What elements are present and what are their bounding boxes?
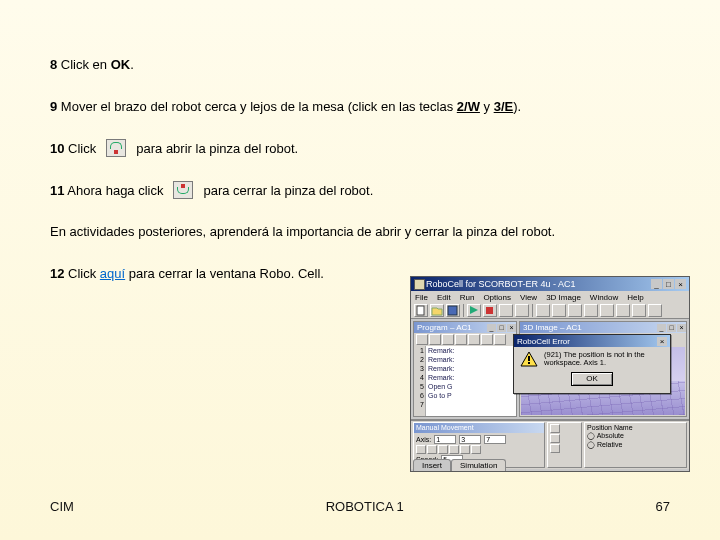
close-gripper-icon bbox=[173, 181, 193, 199]
dialog-close-icon[interactable]: × bbox=[657, 337, 667, 346]
intro-text: En actividades posteriores, aprenderá la… bbox=[50, 223, 670, 241]
app-titlebar: RoboCell for SCORBOT-ER 4u - AC1 _□× bbox=[411, 277, 689, 291]
menu-item: Run bbox=[460, 293, 475, 302]
bottom-tabs[interactable]: Insert Simulation bbox=[413, 459, 506, 471]
svg-rect-2 bbox=[486, 307, 493, 314]
tab-simulation: Simulation bbox=[451, 459, 506, 471]
robocell-window: RoboCell for SCORBOT-ER 4u - AC1 _□× Fil… bbox=[410, 276, 690, 472]
open-gripper-icon bbox=[106, 139, 126, 157]
program-title: Program – AC1 bbox=[417, 323, 472, 332]
svg-rect-3 bbox=[528, 356, 530, 361]
tool-step bbox=[499, 304, 513, 317]
tool-open bbox=[430, 304, 444, 317]
tool-run bbox=[467, 304, 481, 317]
step-10: 10 Click para abrir la pinza del robot. bbox=[50, 139, 670, 157]
tool-d bbox=[584, 304, 598, 317]
menu-item: Edit bbox=[437, 293, 451, 302]
close-icon: × bbox=[675, 279, 686, 289]
footer-left: CIM bbox=[50, 499, 74, 514]
step-11: 11 Ahora haga click para cerrar la pinza… bbox=[50, 181, 670, 199]
menu-item: Options bbox=[483, 293, 511, 302]
menu-item: 3D Image bbox=[546, 293, 581, 302]
tool-f bbox=[616, 304, 630, 317]
tool-e bbox=[600, 304, 614, 317]
tool-a bbox=[536, 304, 550, 317]
menu-item: File bbox=[415, 293, 428, 302]
footer-center: ROBOTICA 1 bbox=[326, 499, 404, 514]
minimize-icon: _ bbox=[651, 279, 662, 289]
footer-right: 67 bbox=[656, 499, 670, 514]
menu-item: Window bbox=[590, 293, 618, 302]
menu-item: View bbox=[520, 293, 537, 302]
maximize-icon: □ bbox=[663, 279, 674, 289]
window-buttons[interactable]: _□× bbox=[651, 279, 686, 289]
dialog-ok-button[interactable]: OK bbox=[571, 372, 613, 386]
tool-g bbox=[632, 304, 646, 317]
app-menubar[interactable]: File Edit Run Options View 3D Image Wind… bbox=[411, 291, 689, 303]
slide-footer: CIM ROBOTICA 1 67 bbox=[50, 499, 670, 514]
link-aqui[interactable]: aquí bbox=[100, 266, 125, 281]
app-toolbar[interactable] bbox=[411, 303, 689, 319]
tab-insert: Insert bbox=[413, 459, 451, 471]
program-panel: Program – AC1 _□× 1234567 Remark:Remark:… bbox=[413, 321, 517, 417]
svg-rect-4 bbox=[528, 362, 530, 364]
svg-rect-0 bbox=[417, 306, 424, 315]
pa-title: Position Name bbox=[587, 424, 684, 431]
step-8: 8 Click en OK. bbox=[50, 56, 670, 74]
warning-icon bbox=[520, 351, 538, 367]
tool-step2 bbox=[515, 304, 529, 317]
dialog-message: (921) The position is not in the workspa… bbox=[544, 351, 664, 368]
app-title: RoboCell for SCORBOT-ER 4u - AC1 bbox=[426, 279, 576, 289]
tool-c bbox=[568, 304, 582, 317]
svg-rect-1 bbox=[448, 306, 457, 315]
tool-b bbox=[552, 304, 566, 317]
tool-new bbox=[414, 304, 428, 317]
tool-stop bbox=[483, 304, 497, 317]
step-9: 9 Mover el brazo del robot cerca y lejos… bbox=[50, 98, 670, 116]
menu-item: Help bbox=[627, 293, 643, 302]
dialog-title: RoboCell Error bbox=[517, 337, 570, 346]
view3d-title: 3D Image – AC1 bbox=[523, 323, 582, 332]
tool-save bbox=[446, 304, 460, 317]
manual-title: Manual Movement bbox=[414, 423, 544, 433]
error-dialog: RoboCell Error × (921) The position is n… bbox=[513, 334, 671, 394]
tool-h bbox=[648, 304, 662, 317]
